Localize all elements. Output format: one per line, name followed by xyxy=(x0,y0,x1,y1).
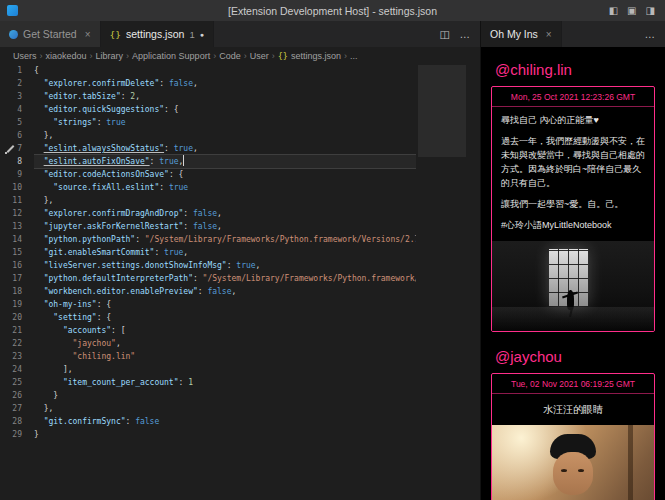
line-number: 14 xyxy=(0,233,30,246)
code-line[interactable]: "setting": { xyxy=(34,311,416,324)
breadcrumb-item[interactable]: Library xyxy=(96,51,124,61)
breadcrumb-separator: › xyxy=(213,51,216,61)
line-number: 18 xyxy=(0,285,30,298)
code-line[interactable]: ], xyxy=(34,363,416,376)
close-icon[interactable]: × xyxy=(546,29,552,40)
line-number: 13 xyxy=(0,220,30,233)
line-number: 20 xyxy=(0,311,30,324)
tab-get-started[interactable]: Get Started × xyxy=(0,21,101,47)
code-line[interactable]: "jaychou", xyxy=(34,337,416,350)
code-line[interactable]: "editor.tabSize": 2, xyxy=(34,90,416,103)
face-shape xyxy=(553,452,593,495)
code-line[interactable]: "chiling.lin" xyxy=(34,350,416,363)
breadcrumb-separator: › xyxy=(272,51,275,61)
code-line[interactable]: "git.enableSmartCommit": true, xyxy=(34,246,416,259)
code-line[interactable]: }, xyxy=(34,129,416,142)
editor-tabbar: Get Started × {} settings.json 1 ● ◫ … xyxy=(0,21,480,47)
gutter: 1234567891011121314151617181920212223242… xyxy=(0,64,30,441)
split-editor-icon[interactable]: ◫ xyxy=(440,28,450,40)
code-line[interactable]: "git.confirmSync": false xyxy=(34,415,416,428)
account-heading: @chiling.lin xyxy=(495,61,651,78)
more-actions-icon[interactable]: … xyxy=(645,28,656,40)
vscode-window: [Extension Development Host] - settings.… xyxy=(0,0,665,500)
line-number: 6 xyxy=(0,129,30,142)
line-number: 22 xyxy=(0,337,30,350)
code-line[interactable]: } xyxy=(34,389,416,402)
window-title: [Extension Development Host] - settings.… xyxy=(0,5,665,17)
json-file-icon: {} xyxy=(110,29,121,40)
breadcrumb-item[interactable]: Users xyxy=(13,51,37,61)
code-line[interactable]: { xyxy=(34,64,416,77)
post-date: Mon, 25 Oct 2021 12:23:26 GMT xyxy=(492,87,654,107)
toggle-sidebar-icon[interactable]: ◧ xyxy=(609,6,618,16)
breadcrumb-item[interactable]: Application Support xyxy=(132,51,210,61)
minimap[interactable] xyxy=(418,65,466,500)
post-jaychou: @jaychou Tue, 02 Nov 2021 06:19:25 GMT 水… xyxy=(489,348,657,500)
tab-oh-my-ins[interactable]: Oh My Ins × xyxy=(481,21,562,47)
breadcrumb-separator: › xyxy=(344,51,347,61)
code-line[interactable]: "eslint.autoFixOnSave": true, xyxy=(34,155,416,168)
code-line[interactable]: "explorer.confirmDelete": false, xyxy=(34,77,416,90)
code-line[interactable]: "editor.codeActionsOnSave": { xyxy=(34,168,416,181)
close-icon[interactable]: × xyxy=(85,29,91,40)
breadcrumb-separator: › xyxy=(40,51,43,61)
editor-group-left: Get Started × {} settings.json 1 ● ◫ … U… xyxy=(0,21,480,500)
code-line[interactable]: "accounts": [ xyxy=(34,324,416,337)
line-number: 24 xyxy=(0,363,30,376)
breadcrumb-item[interactable]: User xyxy=(250,51,269,61)
account-heading: @jaychou xyxy=(495,348,651,365)
tab-label: settings.json xyxy=(126,28,184,40)
more-actions-icon[interactable]: … xyxy=(460,28,471,40)
toggle-panel-icon[interactable]: ▣ xyxy=(627,6,636,16)
code-line[interactable]: "editor.quickSuggestions": { xyxy=(34,103,416,116)
post-hashtag: #心玲小語MyLittleNotebook xyxy=(501,219,645,233)
code-line[interactable]: "source.fixAll.eslint": true xyxy=(34,181,416,194)
customize-layout-icon[interactable]: ◨ xyxy=(646,6,655,16)
line-number: 28 xyxy=(0,415,30,428)
code-line[interactable]: "jupyter.askForKernelRestart": false, xyxy=(34,220,416,233)
line-number: 25 xyxy=(0,376,30,389)
dirty-dot-icon[interactable]: ● xyxy=(200,31,204,38)
post-photo-dance-studio xyxy=(492,241,654,331)
line-number: 21 xyxy=(0,324,30,337)
code-lines: { "explorer.confirmDelete": false, "edit… xyxy=(34,64,416,441)
code-editor[interactable]: 1234567891011121314151617181920212223242… xyxy=(0,64,480,500)
post-text: 水汪汪的眼睛 xyxy=(501,402,645,418)
post-text: 讓我們一起學習~愛。自。己。 xyxy=(501,198,645,212)
breadcrumb-separator: › xyxy=(244,51,247,61)
code-line[interactable]: "explorer.confirmDragAndDrop": false, xyxy=(34,207,416,220)
tab-label: Get Started xyxy=(23,28,77,40)
tab-badge: 1 xyxy=(189,29,194,40)
code-line[interactable]: }, xyxy=(34,194,416,207)
code-line[interactable]: "liveServer.settings.donotShowInfoMsg": … xyxy=(34,259,416,272)
code-line[interactable]: "strings": true xyxy=(34,116,416,129)
code-line[interactable]: "oh-my-ins": { xyxy=(34,298,416,311)
line-number: 11 xyxy=(0,194,30,207)
code-line[interactable]: "item_count_per_account": 1 xyxy=(34,376,416,389)
breadcrumb: Users›xiaokedou›Library›Application Supp… xyxy=(0,47,480,64)
minimap-slider[interactable] xyxy=(418,65,466,157)
breadcrumb-separator: › xyxy=(126,51,129,61)
post-card: Tue, 02 Nov 2021 06:19:25 GMT 水汪汪的眼睛 xyxy=(491,373,655,500)
line-number: 1 xyxy=(0,64,30,77)
code-line[interactable]: "eslint.alwaysShowStatus": true, xyxy=(34,142,416,155)
line-number: 27 xyxy=(0,402,30,415)
floor-reflection xyxy=(492,307,654,330)
code-line[interactable]: } xyxy=(34,428,416,441)
breadcrumb-item[interactable]: xiaokedou xyxy=(46,51,87,61)
code-line[interactable]: "python.defaultInterpreterPath": "/Syste… xyxy=(34,272,416,285)
line-number: 10 xyxy=(0,181,30,194)
code-line[interactable]: "workbench.editor.enablePreview": false, xyxy=(34,285,416,298)
code-line[interactable]: "python.pythonPath": "/System/Library/Fr… xyxy=(34,233,416,246)
tab-settings-json[interactable]: {} settings.json 1 ● xyxy=(101,21,214,47)
oh-my-ins-content[interactable]: @chiling.lin Mon, 25 Oct 2021 12:23:26 G… xyxy=(481,47,665,500)
breadcrumb-item[interactable]: {}settings.json xyxy=(278,51,341,61)
titlebar: [Extension Development Host] - settings.… xyxy=(0,0,665,21)
line-number: 4 xyxy=(0,103,30,116)
code-line[interactable]: }, xyxy=(34,402,416,415)
breadcrumb-item[interactable]: Code xyxy=(219,51,241,61)
post-photo-portrait xyxy=(492,425,654,500)
breadcrumb-item[interactable]: ... xyxy=(350,51,358,61)
line-number: 19 xyxy=(0,298,30,311)
post-text: 尋找自己 內心的正能量♥ xyxy=(501,114,645,128)
